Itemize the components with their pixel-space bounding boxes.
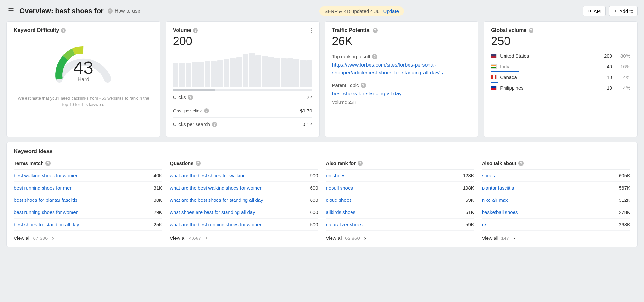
question-icon[interactable]: ? [45, 161, 51, 166]
chevron-right-icon [512, 236, 517, 241]
parent-topic-link[interactable]: best shoes for standing all day [332, 91, 402, 96]
idea-row: on shoes128K [326, 170, 474, 182]
view-all-link[interactable]: View all 4,667 [170, 231, 318, 241]
dropdown-icon[interactable]: ▼ [441, 72, 444, 75]
addto-button[interactable]: Add to [609, 6, 638, 16]
question-icon[interactable]: ? [204, 108, 209, 113]
kd-gauge: 43 Hard [14, 37, 153, 82]
volume-bar [205, 61, 210, 87]
global-rows: United States20080%India4016%Canada104%P… [491, 51, 630, 93]
idea-link[interactable]: what are the best shoes for walking [170, 173, 245, 178]
volume-chart [173, 52, 312, 87]
view-all-link[interactable]: View all 147 [482, 231, 630, 241]
flag-icon [491, 75, 497, 79]
question-icon[interactable]: ? [372, 54, 377, 59]
idea-link[interactable]: on shoes [326, 173, 346, 178]
idea-link[interactable]: allbirds shoes [326, 209, 356, 215]
volume-bar [243, 54, 249, 88]
idea-col-title: Questions ? [170, 161, 318, 170]
question-icon[interactable]: ? [196, 161, 201, 166]
volume-value: 200 [173, 34, 312, 48]
global-row[interactable]: Philippines104% [491, 83, 630, 93]
idea-col: Questions ?what are the best shoes for w… [170, 161, 318, 241]
topbar-right: API Add to [583, 6, 638, 16]
volume-bar [217, 60, 223, 87]
volume-bar [287, 58, 293, 87]
volume-bar [173, 63, 179, 87]
idea-link[interactable]: best walking shoes for women [14, 173, 79, 178]
idea-row: naturalizer shoes59K [326, 219, 474, 231]
topbar: Overview: best shoes for ?How to use SER… [6, 3, 638, 21]
idea-link[interactable]: best shoes for plantar fasciitis [14, 197, 78, 203]
global-row[interactable]: Canada104% [491, 72, 630, 83]
idea-row: what are the best walking shoes for wome… [170, 182, 318, 194]
idea-link[interactable]: cloud shoes [326, 197, 352, 203]
idea-row: plantar fasciitis567K [482, 182, 630, 194]
api-label: API [593, 8, 601, 14]
idea-link[interactable]: what are the best shoes for standing all… [170, 197, 263, 203]
idea-col-title: Also rank for ? [326, 161, 474, 170]
question-icon[interactable]: ? [361, 83, 366, 88]
idea-link[interactable]: shoes [482, 173, 495, 178]
volume-bar [186, 63, 191, 87]
idea-link[interactable]: re [482, 222, 486, 227]
question-icon[interactable]: ? [518, 161, 524, 166]
api-button[interactable]: API [583, 6, 605, 16]
stat-row: Clicks ?22 [173, 91, 312, 104]
idea-row: best running shoes for men31K [14, 182, 162, 194]
idea-link[interactable]: best running shoes for women [14, 209, 79, 215]
ideas-title: Keyword ideas [14, 148, 630, 155]
idea-link[interactable]: best running shoes for men [14, 185, 72, 190]
question-icon[interactable]: ? [193, 28, 198, 33]
global-value: 250 [491, 34, 630, 48]
volume-bar [306, 60, 312, 87]
update-link[interactable]: Update [383, 8, 399, 14]
global-row[interactable]: India4016% [491, 61, 630, 72]
volume-bar [281, 58, 287, 87]
question-icon[interactable]: ? [373, 28, 378, 33]
volume-bar [300, 60, 306, 87]
idea-link[interactable]: naturalizer shoes [326, 222, 363, 227]
idea-link[interactable]: plantar fasciitis [482, 185, 514, 190]
volume-bar [293, 59, 299, 87]
volume-stats: Clicks ?22Cost per click ?$0.70Clicks pe… [173, 91, 312, 131]
idea-link[interactable]: nobull shoes [326, 185, 353, 190]
idea-link[interactable]: best shoes for standing all day [14, 222, 79, 227]
question-icon[interactable]: ? [358, 161, 363, 166]
idea-link[interactable]: what are the best running shoes for wome… [170, 222, 263, 227]
question-icon[interactable]: ? [212, 122, 217, 127]
stat-row: Clicks per search ?0.12 [173, 118, 312, 131]
kd-label: Hard [50, 76, 117, 83]
traffic-value: 26K [332, 34, 471, 48]
question-icon[interactable]: ? [529, 28, 533, 33]
how-to-use-label: How to use [115, 8, 140, 14]
how-to-use[interactable]: ?How to use [108, 8, 140, 14]
more-icon[interactable]: ⋮ [308, 27, 314, 34]
chevron-right-icon [204, 236, 209, 241]
global-row[interactable]: United States20080% [491, 51, 630, 61]
idea-row: cloud shoes69K [326, 194, 474, 206]
idea-link[interactable]: what are the best walking shoes for wome… [170, 185, 263, 190]
page-title: Overview: best shoes for [19, 7, 104, 15]
question-icon[interactable]: ? [188, 95, 193, 100]
menu-icon[interactable] [6, 6, 15, 16]
volume-title: Volume? [173, 27, 312, 33]
idea-link[interactable]: what shoes are best for standing all day [170, 209, 255, 215]
idea-col: Also rank for ?on shoes128Knobull shoes1… [326, 161, 474, 241]
view-all-link[interactable]: View all 67,386 [14, 231, 162, 241]
question-icon[interactable]: ? [61, 28, 66, 33]
traffic-card: Traffic Potential? 26K Top ranking resul… [325, 21, 479, 137]
idea-link[interactable]: basketball shoes [482, 209, 518, 215]
idea-row: what are the best shoes for walking900 [170, 170, 318, 182]
view-all-link[interactable]: View all 62,860 [326, 231, 474, 241]
idea-row: best running shoes for women29K [14, 206, 162, 219]
chevron-right-icon [362, 236, 368, 241]
idea-link[interactable]: nike air max [482, 197, 508, 203]
topbar-left: Overview: best shoes for ?How to use [6, 6, 140, 16]
update-pill: SERP & KD updated 4 Jul. Update [319, 6, 404, 16]
idea-row: what are the best shoes for standing all… [170, 194, 318, 206]
volume-scrollbar[interactable] [173, 89, 312, 91]
top-ranking-url[interactable]: https://www.forbes.com/sites/forbes-pers… [332, 62, 440, 75]
ideas-card: Keyword ideas Terms match ?best walking … [6, 142, 638, 247]
global-card: Global volume? 250 United States20080%In… [484, 21, 638, 137]
